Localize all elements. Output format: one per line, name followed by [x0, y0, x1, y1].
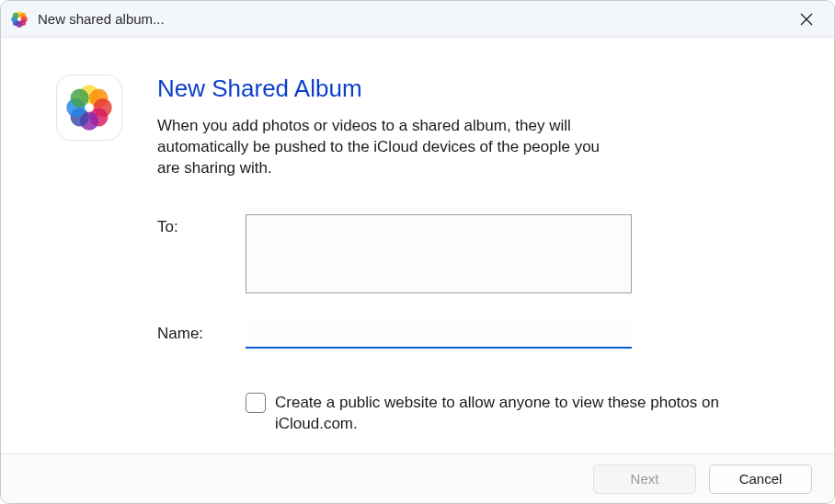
svg-point-17 [71, 89, 89, 108]
name-label: Name: [157, 321, 246, 343]
public-website-label[interactable]: Create a public website to allow anyone … [275, 393, 724, 435]
public-website-checkbox[interactable] [246, 393, 266, 413]
close-icon [800, 13, 813, 26]
to-label: To: [157, 214, 246, 236]
svg-point-7 [13, 13, 19, 19]
photos-app-icon-large [56, 74, 122, 141]
to-row: To: [157, 214, 779, 293]
window-title: New shared album... [38, 11, 786, 27]
dialog-description: When you add photos or videos to a share… [157, 116, 617, 179]
photos-app-icon [10, 10, 29, 29]
dialog-content: New Shared Album When you add photos or … [1, 38, 834, 453]
close-button[interactable] [786, 1, 827, 37]
dialog-footer: Next Cancel [1, 453, 834, 503]
next-button[interactable]: Next [593, 464, 696, 494]
dialog-window: New shared album... [0, 0, 835, 504]
titlebar: New shared album... [1, 1, 834, 38]
cancel-button[interactable]: Cancel [709, 464, 812, 494]
to-input[interactable] [246, 214, 632, 293]
name-row: Name: [157, 321, 779, 349]
name-input[interactable] [246, 321, 632, 349]
public-website-row: Create a public website to allow anyone … [246, 393, 724, 435]
dialog-heading: New Shared Album [157, 74, 779, 103]
main-column: New Shared Album When you add photos or … [157, 74, 779, 435]
